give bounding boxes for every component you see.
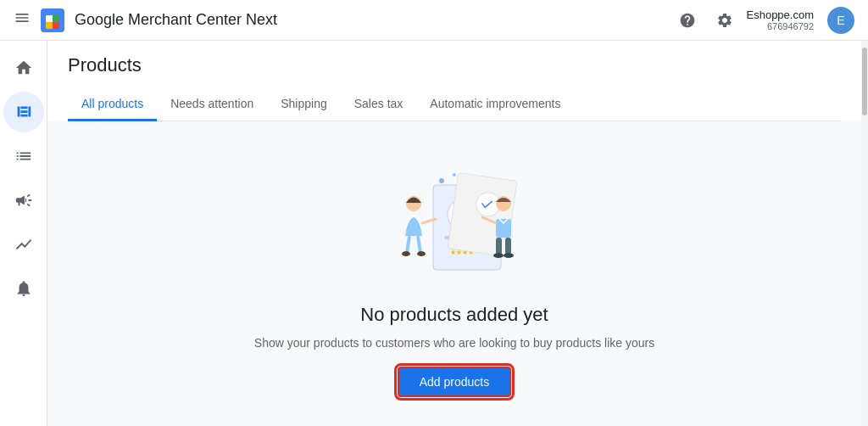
help-button[interactable]: [672, 5, 703, 36]
settings-button[interactable]: [709, 5, 740, 36]
svg-point-17: [417, 251, 426, 256]
header-right: Eshoppe.com 676946792 E: [672, 5, 855, 36]
tab-needs-attention[interactable]: Needs attention: [157, 90, 267, 121]
svg-rect-22: [505, 238, 511, 255]
tabs-bar: All products Needs attention Shipping Sa…: [68, 90, 841, 121]
sidebar-item-reports[interactable]: [3, 136, 44, 177]
scrollbar-track: [861, 41, 868, 426]
svg-point-16: [402, 251, 410, 256]
page-title: Products: [68, 54, 841, 76]
svg-rect-21: [496, 238, 502, 255]
svg-point-25: [439, 178, 444, 183]
header: Google Merchant Center Next Eshoppe.com …: [0, 0, 868, 41]
main-layout: Products All products Needs attention Sh…: [0, 41, 868, 426]
sidebar-item-analytics[interactable]: [3, 224, 44, 265]
svg-rect-3: [46, 22, 53, 29]
tab-shipping[interactable]: Shipping: [267, 90, 341, 121]
sidebar-item-marketing[interactable]: [3, 180, 44, 221]
app-title: Google Merchant Center Next: [75, 11, 277, 29]
menu-icon[interactable]: [14, 9, 31, 31]
svg-rect-19: [496, 219, 511, 238]
add-products-button[interactable]: Add products: [398, 367, 512, 397]
sidebar: [0, 41, 47, 426]
scrollbar-thumb[interactable]: [862, 48, 867, 115]
svg-point-23: [493, 253, 504, 258]
svg-point-24: [504, 253, 514, 258]
account-info: Eshoppe.com 676946792: [747, 8, 815, 31]
tab-sales-tax[interactable]: Sales tax: [341, 90, 417, 121]
content-area: Products All products Needs attention Sh…: [47, 41, 861, 426]
svg-line-14: [407, 236, 409, 253]
avatar[interactable]: E: [827, 7, 854, 34]
page-header: Products All products Needs attention Sh…: [47, 41, 861, 121]
empty-illustration: ★★★★: [361, 151, 548, 287]
app-logo: [41, 8, 64, 32]
svg-rect-2: [53, 15, 59, 22]
account-id: 676946792: [767, 21, 814, 31]
empty-subtitle: Show your products to customers who are …: [254, 336, 654, 350]
tab-automatic-improvements[interactable]: Automatic improvements: [416, 90, 574, 121]
svg-rect-4: [53, 22, 59, 29]
svg-line-15: [418, 236, 420, 253]
sidebar-item-products[interactable]: [3, 92, 44, 132]
header-left: Google Merchant Center Next: [14, 8, 672, 32]
account-name: Eshoppe.com: [747, 8, 815, 21]
svg-point-26: [453, 173, 456, 177]
svg-rect-1: [46, 15, 53, 22]
empty-state: ★★★★: [47, 121, 861, 426]
sidebar-item-home[interactable]: [3, 48, 44, 88]
sidebar-item-notifications[interactable]: [3, 268, 44, 309]
tab-all-products[interactable]: All products: [68, 90, 157, 121]
empty-title: No products added yet: [360, 304, 548, 326]
